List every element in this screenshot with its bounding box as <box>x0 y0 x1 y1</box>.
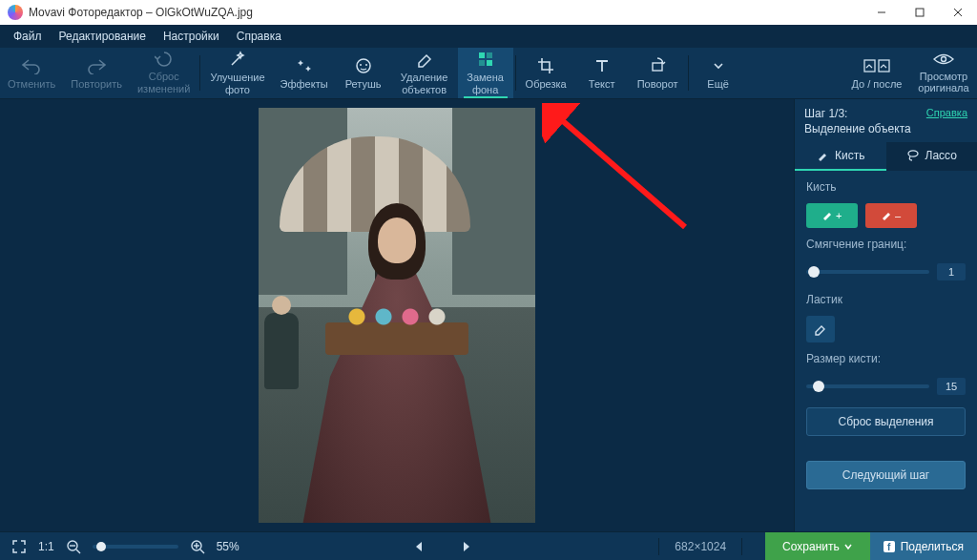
brush-subtract-button[interactable]: – <box>865 203 917 228</box>
statusbar: 1:1 55% 682×1024 Сохранить f Поделиться <box>0 531 977 560</box>
annotation-arrow <box>542 103 704 246</box>
bgswap-label: Замена фона <box>467 72 504 94</box>
sparkles-icon <box>295 56 314 75</box>
text-icon <box>592 56 612 75</box>
menu-settings[interactable]: Настройки <box>156 27 227 46</box>
panel-help-link[interactable]: Справка <box>926 107 967 118</box>
svg-line-15 <box>555 114 685 227</box>
eraser-icon <box>415 50 434 69</box>
effects-button[interactable]: Эффекты <box>273 48 336 98</box>
brush-icon <box>816 149 829 162</box>
next-image-button[interactable] <box>457 537 476 556</box>
retouch-button[interactable]: Ретушь <box>336 48 391 98</box>
menu-edit[interactable]: Редактирование <box>52 27 154 46</box>
size-value[interactable]: 15 <box>937 378 966 395</box>
panel-tabs: Кисть Лассо <box>795 142 977 171</box>
reset-label: Сброс изменений <box>137 71 190 93</box>
chevron-down-icon <box>843 542 853 551</box>
more-button[interactable]: Ещё <box>691 48 746 98</box>
before-after-button[interactable]: До / после <box>843 48 910 98</box>
close-button[interactable] <box>939 0 977 25</box>
tab-brush[interactable]: Кисть <box>795 142 886 171</box>
svg-text:–: – <box>895 210 902 221</box>
soften-slider[interactable] <box>806 270 929 274</box>
save-label: Сохранить <box>782 540 840 553</box>
workspace: Шаг 1/3: Выделение объекта Справка Кисть… <box>0 99 977 531</box>
tab-lasso-label: Лассо <box>925 149 957 162</box>
reset-button[interactable]: Сброс изменений <box>130 48 197 98</box>
svg-rect-7 <box>479 52 485 58</box>
reset-icon <box>155 51 174 68</box>
zoom-slider[interactable] <box>93 545 178 549</box>
fit-screen-button[interactable] <box>10 537 29 556</box>
crop-label: Обрезка <box>526 78 567 90</box>
svg-point-14 <box>942 57 946 62</box>
share-label: Поделиться <box>901 540 964 553</box>
menu-file[interactable]: Файл <box>6 27 50 46</box>
retouch-label: Ретушь <box>345 78 382 90</box>
svg-rect-10 <box>487 60 492 66</box>
remove-objects-button[interactable]: Удаление объектов <box>391 48 458 98</box>
eraser-button[interactable] <box>806 316 835 342</box>
svg-rect-1 <box>916 9 924 16</box>
titlebar: Movavi Фоторедактор – OlGkOtWuZQA.jpg <box>0 0 977 25</box>
soften-value[interactable]: 1 <box>937 263 966 280</box>
soften-label: Смягчение границ: <box>806 238 966 251</box>
eraser-label: Ластик <box>806 293 966 306</box>
svg-line-23 <box>200 550 204 553</box>
size-slider[interactable] <box>806 384 929 388</box>
view-original-label: Просмотр оригинала <box>918 71 968 93</box>
prev-image-button[interactable] <box>409 537 428 556</box>
svg-point-4 <box>357 59 370 73</box>
zoom-percent: 55% <box>217 540 239 553</box>
minimize-button[interactable] <box>863 0 901 25</box>
svg-text:+: + <box>836 210 842 221</box>
text-button[interactable]: Текст <box>574 48 630 98</box>
zoom-out-button[interactable] <box>64 537 83 556</box>
undo-button[interactable]: Отменить <box>0 48 63 98</box>
chevron-down-icon <box>712 56 725 75</box>
fit-ratio[interactable]: 1:1 <box>38 540 54 553</box>
brush-add-button[interactable]: + <box>806 203 858 228</box>
enhance-button[interactable]: Улучшение фото <box>202 48 272 98</box>
lasso-icon <box>906 149 920 162</box>
background-swap-button[interactable]: Замена фона <box>458 48 513 98</box>
view-original-button[interactable]: Просмотр оригинала <box>910 48 977 98</box>
canvas-area[interactable] <box>0 99 794 531</box>
side-panel: Шаг 1/3: Выделение объекта Справка Кисть… <box>794 99 977 531</box>
photo[interactable] <box>259 108 535 523</box>
facebook-icon: f <box>883 541 895 552</box>
menu-help[interactable]: Справка <box>229 27 289 46</box>
image-dimensions: 682×1024 <box>663 540 738 553</box>
redo-button[interactable]: Повторить <box>63 48 130 98</box>
svg-point-5 <box>360 64 362 66</box>
app-icon <box>8 5 23 20</box>
before-after-label: До / после <box>852 78 903 90</box>
wand-icon <box>228 50 247 69</box>
share-button[interactable]: f Поделиться <box>870 532 977 560</box>
reset-selection-button[interactable]: Сброс выделения <box>806 407 966 436</box>
tab-lasso[interactable]: Лассо <box>886 142 978 171</box>
save-button[interactable]: Сохранить <box>765 532 870 560</box>
effects-label: Эффекты <box>281 78 328 90</box>
crop-icon <box>536 56 555 75</box>
svg-rect-11 <box>653 63 662 71</box>
rotate-button[interactable]: Поворот <box>630 48 686 98</box>
undo-icon <box>21 56 42 75</box>
toolbar: Отменить Повторить Сброс изменений Улучш… <box>0 48 977 99</box>
redo-label: Повторить <box>71 78 122 90</box>
crop-button[interactable]: Обрезка <box>518 48 574 98</box>
menubar: Файл Редактирование Настройки Справка <box>0 25 977 48</box>
brush-section-label: Кисть <box>806 180 966 194</box>
redo-icon <box>86 56 107 75</box>
more-label: Ещё <box>707 78 729 90</box>
window-title: Movavi Фоторедактор – OlGkOtWuZQA.jpg <box>29 6 253 19</box>
zoom-in-button[interactable] <box>188 537 207 556</box>
svg-point-16 <box>908 151 918 156</box>
maximize-button[interactable] <box>901 0 939 25</box>
info-button[interactable] <box>746 537 765 556</box>
svg-point-6 <box>365 64 367 66</box>
next-step-button[interactable]: Следующий шаг <box>806 461 966 489</box>
delete-button[interactable] <box>635 537 655 556</box>
svg-line-20 <box>76 550 80 553</box>
